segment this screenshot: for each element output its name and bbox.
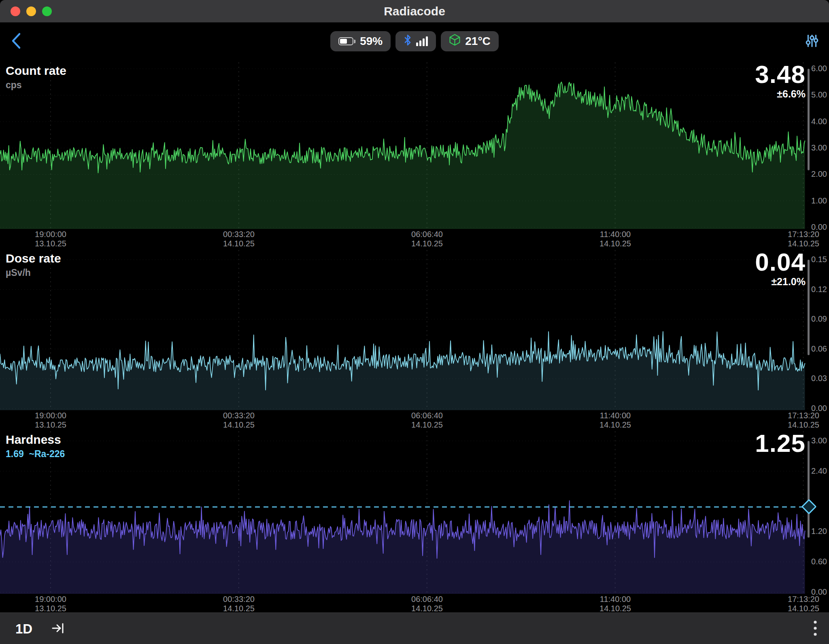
battery-icon	[338, 37, 355, 45]
tick-time: 11:40:00	[599, 230, 631, 239]
arrow-to-end-icon	[51, 621, 66, 637]
y-axis-tick-label: 0.00	[809, 404, 827, 413]
x-axis-tick-label: 17:13:2014.10.25	[788, 411, 819, 430]
current-value-box: 0.04 ±21.0%	[755, 249, 806, 288]
more-menu-button[interactable]	[813, 620, 818, 638]
window-title: Radiacode	[0, 4, 829, 18]
tick-date: 14.10.25	[788, 604, 819, 613]
chart-hardness: Hardness 1.69 ~Ra-226 1.25 3.002.401.200…	[0, 429, 829, 612]
bottom-toolbar: 1D	[0, 612, 829, 644]
x-axis-tick-label: 00:33:2014.10.25	[223, 595, 255, 613]
minimize-button[interactable]	[26, 6, 36, 16]
temperature-status-pill: 21°C	[441, 31, 499, 51]
bluetooth-status-pill	[395, 31, 436, 51]
count-rate-plot[interactable]	[0, 60, 829, 229]
y-axis-tick-label: 0.00	[809, 222, 827, 232]
fullscreen-button[interactable]	[42, 6, 52, 16]
x-axis-tick-label: 17:13:2014.10.25	[788, 595, 819, 613]
y-axis-tick-label: 6.00	[809, 64, 827, 73]
device-status-pills: 59% 21°C	[330, 31, 499, 51]
tick-date: 13.10.25	[35, 239, 66, 248]
x-axis-tick-label: 11:40:0014.10.25	[599, 230, 631, 248]
time-range-button[interactable]: 1D	[15, 621, 32, 637]
x-axis: 19:00:0013.10.2500:33:2014.10.2506:06:40…	[0, 594, 829, 612]
tick-date: 14.10.25	[599, 420, 631, 430]
y-axis-tick-label: 3.00	[809, 143, 827, 153]
temperature-label: 21°C	[465, 35, 491, 48]
x-axis: 19:00:0013.10.2500:33:2014.10.2506:06:40…	[0, 229, 829, 248]
chevron-left-icon	[11, 32, 21, 51]
y-axis-tick-label: 2.00	[809, 169, 827, 179]
tick-time: 06:06:40	[411, 411, 443, 420]
ellipsis-vertical-icon	[813, 620, 818, 638]
y-axis-tick-label: 0.03	[809, 374, 827, 383]
chart-title: Hardness	[6, 433, 65, 447]
y-scale-scrollbar[interactable]	[808, 441, 810, 538]
sliders-icon	[805, 34, 819, 49]
y-axis-tick-label: 5.00	[809, 90, 827, 100]
uncertainty-value: ±21.0%	[755, 276, 806, 288]
tick-date: 14.10.25	[788, 420, 819, 430]
tick-time: 00:33:20	[223, 411, 255, 420]
tick-date: 14.10.25	[411, 420, 443, 430]
y-axis-tick-label: 0.12	[809, 285, 827, 294]
current-value: 1.25	[755, 430, 806, 456]
y-scale-scrollbar[interactable]	[808, 260, 810, 355]
x-axis-tick-label: 06:06:4014.10.25	[411, 411, 443, 430]
chart-title: Count rate	[6, 64, 66, 78]
y-axis-tick-label: 0.60	[809, 557, 827, 566]
close-button[interactable]	[11, 6, 20, 16]
tick-date: 13.10.25	[35, 604, 66, 613]
x-axis-tick-label: 19:00:0013.10.25	[35, 411, 66, 430]
titlebar: Radiacode	[0, 0, 829, 23]
battery-status-pill: 59%	[330, 31, 391, 51]
bluetooth-icon	[404, 34, 412, 49]
chart-header: Hardness 1.69 ~Ra-226	[6, 433, 65, 460]
current-value-box: 1.25	[755, 430, 806, 457]
tick-time: 06:06:40	[411, 230, 443, 239]
tick-time: 19:00:00	[35, 595, 66, 604]
count-rate-plot-area: Count rate cps 3.48 ±6.6% 6.005.004.003.…	[0, 60, 829, 229]
x-axis-tick-label: 11:40:0014.10.25	[599, 595, 631, 613]
y-axis: 6.005.004.003.002.001.000.00	[809, 60, 829, 229]
hardness-plot[interactable]	[0, 429, 829, 594]
battery-percent-label: 59%	[360, 35, 383, 48]
chart-unit-label: µSv/h	[6, 267, 61, 278]
series-area	[0, 501, 805, 594]
chart-title: Dose rate	[6, 252, 61, 265]
tick-time: 19:00:00	[35, 230, 66, 239]
tick-time: 06:06:40	[411, 595, 443, 604]
tick-date: 14.10.25	[599, 604, 631, 613]
skip-to-latest-button[interactable]	[51, 621, 66, 637]
dose-rate-plot[interactable]	[0, 248, 829, 410]
chart-unit-label: cps	[6, 80, 66, 91]
x-axis-tick-label: 06:06:4014.10.25	[411, 595, 443, 613]
y-axis-tick-label: 0.09	[809, 314, 827, 324]
x-axis: 19:00:0013.10.2500:33:2014.10.2506:06:40…	[0, 410, 829, 429]
y-axis-tick-label: 2.40	[809, 466, 827, 476]
y-axis-tick-label: 1.20	[809, 527, 827, 536]
dose-rate-plot-area: Dose rate µSv/h 0.04 ±21.0% 0.150.120.09…	[0, 248, 829, 410]
x-axis-tick-label: 06:06:4014.10.25	[411, 230, 443, 248]
y-axis-tick-label: 0.06	[809, 344, 827, 354]
y-axis-tick-label: 0.00	[809, 587, 827, 597]
current-value-box: 3.48 ±6.6%	[755, 61, 806, 100]
y-axis: 0.150.120.090.060.030.00	[809, 248, 829, 410]
y-scale-scrollbar[interactable]	[808, 69, 810, 170]
back-button[interactable]	[11, 32, 21, 51]
signal-strength-icon	[416, 36, 428, 46]
isotope-match-label: 1.69 ~Ra-226	[6, 449, 65, 460]
tick-date: 14.10.25	[223, 420, 255, 430]
tick-date: 13.10.25	[35, 420, 66, 430]
tick-date: 14.10.25	[788, 239, 819, 248]
x-axis-tick-label: 19:00:0013.10.25	[35, 230, 66, 248]
display-settings-button[interactable]	[805, 34, 819, 49]
x-axis-tick-label: 00:33:2014.10.25	[223, 411, 255, 430]
x-axis-tick-label: 17:13:2014.10.25	[788, 230, 819, 248]
y-axis-tick-label: 1.00	[809, 196, 827, 205]
app-window: Radiacode 59%	[0, 0, 829, 644]
chart-header: Count rate cps	[6, 64, 66, 91]
x-axis-tick-label: 11:40:0014.10.25	[599, 411, 631, 430]
tick-time: 11:40:00	[599, 411, 631, 420]
cube-icon	[449, 34, 461, 49]
